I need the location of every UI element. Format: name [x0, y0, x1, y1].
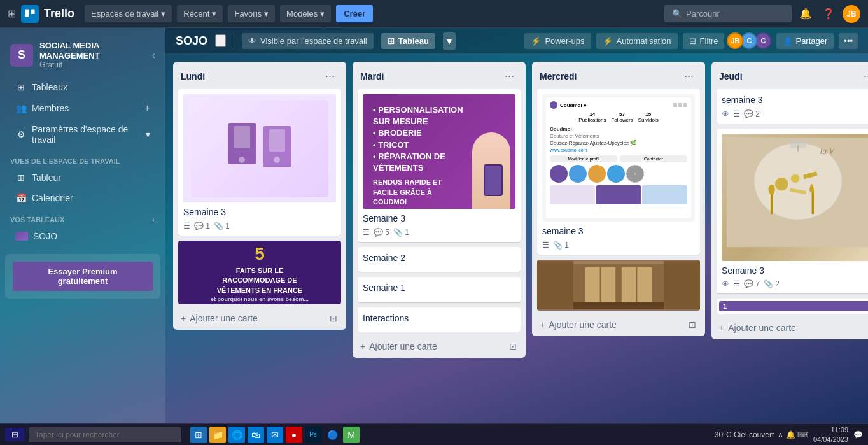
card-mardi-2[interactable]: Semaine 2 — [358, 247, 521, 272]
card-image-lundi1 — [183, 94, 336, 202]
card-lundi-1[interactable]: Semaine 3 ☰ 💬 1 📎 1 — [178, 89, 341, 236]
start-button[interactable]: ⊞ — [5, 428, 25, 441]
filter-button[interactable]: ⊟ Filtre — [683, 33, 725, 49]
chevron-down-icon: ▾ — [264, 9, 269, 18]
svg-point-19 — [775, 177, 788, 190]
card-mardi-1[interactable]: PERSONNALISATIONSUR MESURE BRODERIE TRIC… — [358, 89, 521, 242]
sidebar-item-tableur[interactable]: ⊞ Tableur — [5, 167, 160, 188]
lundi-img-inner — [191, 100, 328, 197]
column-menu-jeudi[interactable]: ··· — [860, 68, 868, 84]
edge-icon[interactable]: 🌐 — [228, 427, 245, 443]
file-explorer-icon[interactable]: 📁 — [209, 427, 226, 443]
template-icon-mardi[interactable]: ⊡ — [508, 340, 518, 353]
sidebar-item-parametres[interactable]: ⚙ Paramètres d'espace de travail ▾ — [5, 119, 160, 150]
sidebar-item-tableaux[interactable]: ⊞ Tableaux — [5, 77, 160, 97]
card-lundi-2[interactable]: 5 FAITS SUR LE RACCOMMODAGE DE VÊTEMENTS… — [178, 241, 341, 304]
powerups-button[interactable]: ⚡ Power-ups — [524, 33, 591, 49]
automation-button[interactable]: ⚡ Automatisation — [596, 33, 678, 49]
maps-icon[interactable]: M — [343, 427, 360, 443]
board-area: SOJO ☆ 👁 Visible par l'espace de travail… — [165, 28, 868, 423]
workspace-icon: S — [10, 44, 33, 67]
task-view-icon[interactable]: ⊞ — [190, 427, 207, 443]
search-box[interactable]: 🔍 Parcourir — [664, 5, 792, 22]
favoris-menu[interactable]: Favoris ▾ — [228, 5, 275, 22]
column-mardi: Mardi ··· PERSONNALISATIONSUR MESURE BRO… — [353, 62, 526, 358]
template-icon-lundi[interactable]: ⊡ — [328, 312, 339, 325]
card-mardi-4[interactable]: Interactions — [358, 307, 521, 333]
store-icon[interactable]: 🛍 — [248, 427, 264, 443]
add-icon: + — [719, 323, 724, 333]
avatar-c1[interactable]: C — [741, 32, 757, 49]
avatar-c2[interactable]: C — [755, 32, 771, 49]
board-name: SOJO — [33, 231, 57, 241]
svg-rect-15 — [537, 261, 573, 309]
card-mercredi-1[interactable]: Coudmoi ● 14Publications 57Fo — [537, 89, 700, 255]
notifications-icon[interactable]: 🔔 — [797, 5, 815, 22]
membres-icon: 👥 — [15, 103, 27, 113]
svg-point-7 — [274, 157, 280, 163]
info-icon[interactable]: ❓ — [820, 5, 837, 22]
svg-rect-3 — [234, 126, 250, 148]
column-menu-mardi[interactable]: ··· — [501, 68, 518, 84]
card-desc-jeudi2: ☰ — [733, 279, 740, 288]
visibility-button[interactable]: 👁 Visible par l'espace de travail — [242, 33, 374, 49]
mail-icon[interactable]: ✉ — [267, 427, 283, 443]
calendrier-icon: 📅 — [15, 193, 27, 203]
column-header-mardi: Mardi ··· — [353, 62, 526, 89]
card-mardi-3[interactable]: Semaine 1 — [358, 277, 521, 302]
view-chevron[interactable]: ▾ — [443, 32, 456, 50]
taskbar-right: 30°C Ciel couvert ∧ 🔔 ⌨ 11:09 04/04/2023… — [715, 425, 863, 444]
ps-icon[interactable]: Ps — [305, 427, 321, 443]
card-jeudi-2[interactable]: la V Semaine 3 👁 ☰ 💬 7 📎 2 — [717, 129, 868, 294]
column-menu-mercredi[interactable]: ··· — [680, 68, 697, 84]
add-card-jeudi[interactable]: + Ajouter une carte ⊡ — [711, 316, 868, 339]
lundi2-text: 5 FAITS SUR LE RACCOMMODAGE DE VÊTEMENTS… — [206, 241, 314, 304]
chrome-icon[interactable]: 🔵 — [324, 427, 340, 443]
tableau-view-button[interactable]: ⊞ Tableau — [381, 33, 435, 49]
workspace-plan: Gratuit — [39, 60, 146, 69]
card-jeudi-1[interactable]: semaine 3 👁 ☰ 💬 2 — [717, 89, 868, 124]
recent-menu[interactable]: Récent ▾ — [177, 5, 223, 22]
sidebar-collapse-icon[interactable]: ‹ — [152, 50, 155, 61]
sidebar-item-calendrier[interactable]: 📅 Calendrier — [5, 188, 160, 208]
add-icon: + — [540, 320, 545, 330]
add-card-lundi[interactable]: + Ajouter une carte ⊡ — [173, 307, 346, 330]
card-badge-jeudi3: 1 — [719, 301, 868, 311]
card-mercredi-2[interactable] — [537, 260, 700, 311]
template-icon-mercredi[interactable]: ⊡ — [687, 318, 697, 331]
weather-text: 30°C Ciel couvert — [715, 430, 774, 439]
sidebar-board-sojo[interactable]: SOJO — [5, 226, 160, 246]
notification-icon[interactable]: 💬 — [853, 430, 863, 439]
premium-button[interactable]: Essayer Premium gratuitement — [13, 262, 153, 291]
workspace-header: S SOCIAL MEDIA MANAGEMENT Gratuit ‹ — [0, 36, 165, 77]
trello-wordmark: Trello — [44, 7, 74, 20]
add-card-mardi[interactable]: + Ajouter une carte ⊡ — [353, 335, 526, 358]
card-title-jeudi-1: semaine 3 — [722, 94, 868, 107]
calendrier-label: Calendrier — [32, 193, 150, 203]
sidebar-item-membres[interactable]: 👥 Membres + — [5, 97, 160, 119]
svg-point-24 — [768, 185, 774, 195]
add-card-mercredi[interactable]: + Ajouter une carte ⊡ — [532, 313, 705, 336]
trello-logo[interactable]: Trello — [21, 5, 74, 23]
modeles-menu[interactable]: Modèles ▾ — [280, 5, 331, 22]
parametres-icon: ⚙ — [15, 129, 27, 139]
user-avatar[interactable]: JB — [843, 5, 860, 23]
grid-icon[interactable]: ⊞ — [8, 8, 16, 20]
add-icon: + — [360, 341, 365, 351]
parametres-label: Paramètres d'espace de travail — [32, 124, 141, 145]
jeudi1-inner: la V — [722, 134, 868, 261]
add-membre-icon[interactable]: + — [144, 102, 150, 114]
create-button[interactable]: Créer — [336, 5, 373, 22]
taskbar-search[interactable] — [29, 427, 181, 442]
column-menu-lundi[interactable]: ··· — [321, 68, 339, 84]
avatar-jb[interactable]: JB — [727, 32, 743, 49]
app5-icon[interactable]: ● — [286, 427, 302, 443]
card-view-jeudi1: 👁 — [722, 109, 729, 118]
share-button[interactable]: 👤 Partager — [776, 33, 834, 49]
sys-icons: ∧ 🔔 ⌨ — [778, 430, 808, 439]
star-button[interactable]: ☆ — [215, 34, 226, 47]
card-jeudi-3[interactable]: 1 — [717, 299, 868, 314]
workspaces-menu[interactable]: Espaces de travail ▾ — [85, 5, 172, 22]
add-board-icon[interactable]: + — [151, 216, 155, 223]
more-button[interactable]: ••• — [839, 33, 858, 49]
